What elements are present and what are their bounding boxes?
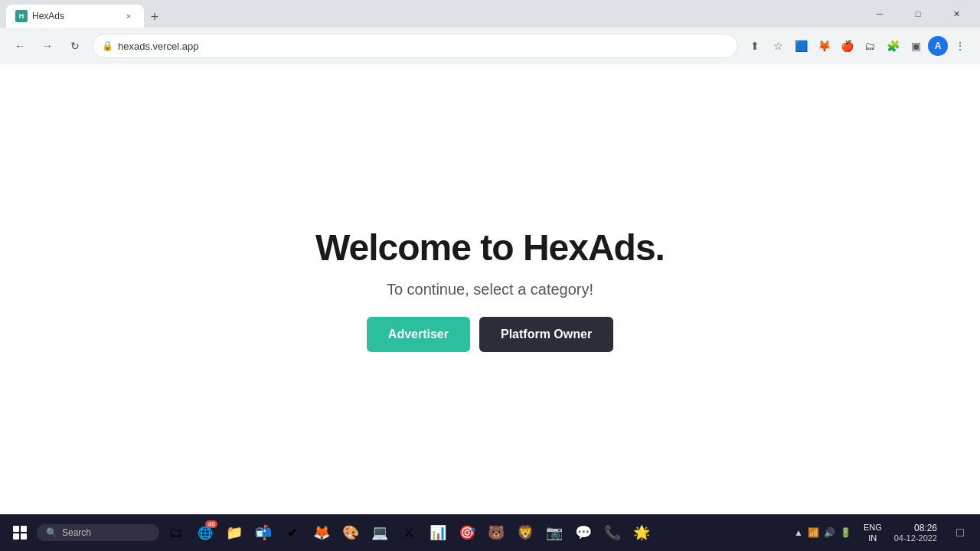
notification-center-button[interactable]: □	[946, 519, 974, 546]
taskbar-app-game[interactable]: ⚔	[395, 519, 423, 546]
wifi-icon: 📶	[808, 527, 819, 538]
taskbar-app-phone[interactable]: 📞	[599, 519, 626, 546]
back-button[interactable]: ←	[9, 35, 31, 57]
up-arrow-icon: ▲	[794, 527, 803, 538]
taskbar-system-icons[interactable]: ▲ 📶 🔊 🔋	[788, 524, 858, 541]
menu-icon[interactable]: ⋮	[949, 35, 971, 57]
current-date: 04-12-2022	[894, 533, 937, 543]
subtitle: To continue, select a category!	[387, 281, 593, 298]
taskbar-app-chrome[interactable]: 🌟	[628, 519, 655, 546]
taskbar-app-bear[interactable]: 🐻	[482, 519, 510, 546]
extensions-icon[interactable]: 🧩	[882, 35, 903, 57]
toolbar-icons: ⬆ ☆ 🟦 🦊 🍎 🗂 🧩 ▣ A ⋮	[744, 35, 971, 57]
taskbar-app-folder[interactable]: 📁	[220, 519, 248, 546]
browser-window: H HexAds × + ─ □ ✕ ← → ↻ 🔒 ⬆ ☆ 🟦 🦊 🍎 🗂	[0, 0, 980, 551]
tab-title: HexAds	[32, 11, 118, 21]
volume-icon: 🔊	[824, 527, 835, 538]
extension-1-icon[interactable]: 🟦	[790, 35, 812, 57]
taskbar-app-files[interactable]: 🗂	[162, 519, 190, 546]
browser-tab[interactable]: H HexAds ×	[6, 5, 144, 28]
category-button-row: Advertiser Platform Owner	[367, 317, 613, 352]
language-indicator[interactable]: ENGIN	[861, 520, 885, 546]
notification-badge: 46	[205, 520, 217, 528]
taskbar-clock[interactable]: 08:26 04-12-2022	[888, 521, 943, 544]
windows-logo-icon	[13, 526, 27, 540]
taskbar-app-camera[interactable]: 📷	[541, 519, 568, 546]
taskbar-app-check[interactable]: ✔	[279, 519, 306, 546]
lock-icon: 🔒	[102, 41, 113, 51]
taskbar-app-design[interactable]: 🎨	[337, 519, 364, 546]
taskbar-app-firefox[interactable]: 🦊	[308, 519, 335, 546]
battery-icon: 🔋	[840, 527, 851, 538]
taskbar-app-chat[interactable]: 💬	[570, 519, 597, 546]
page-content: Welcome to HexAds. To continue, select a…	[0, 64, 980, 514]
tab-favicon: H	[15, 10, 28, 22]
taskbar-app-mail[interactable]: 📬	[250, 519, 277, 546]
taskbar-search[interactable]: 🔍 Search	[37, 524, 159, 541]
advertiser-button[interactable]: Advertiser	[367, 317, 470, 352]
extension-2-icon[interactable]: 🦊	[813, 35, 835, 57]
share-icon[interactable]: ⬆	[744, 35, 766, 57]
taskbar-apps: 🗂 🌐 46 📁 📬 ✔ 🦊 🎨 💻 ⚔ 📊 🎯 🐻 🦁 📷 💬 📞 🌟	[162, 519, 785, 546]
extension-4-icon[interactable]: 🗂	[859, 35, 880, 57]
current-time: 08:26	[894, 523, 937, 533]
forward-button[interactable]: →	[37, 35, 58, 57]
new-tab-button[interactable]: +	[144, 6, 165, 28]
profile-avatar[interactable]: A	[928, 36, 948, 56]
search-icon: 🔍	[46, 527, 57, 538]
minimize-button[interactable]: ─	[862, 0, 897, 28]
tab-strip: H HexAds × +	[6, 0, 859, 28]
address-bar: ← → ↻ 🔒 ⬆ ☆ 🟦 🦊 🍎 🗂 🧩 ▣ A ⋮	[0, 28, 980, 64]
window-controls: ─ □ ✕	[862, 0, 974, 28]
maximize-button[interactable]: □	[900, 0, 936, 28]
extension-3-icon[interactable]: 🍎	[836, 35, 858, 57]
sidebar-icon[interactable]: ▣	[905, 35, 926, 57]
taskbar-app-chart[interactable]: 📊	[424, 519, 452, 546]
taskbar-app-ai[interactable]: 🎯	[453, 519, 481, 546]
start-button[interactable]	[6, 519, 34, 546]
welcome-title: Welcome to HexAds.	[315, 227, 665, 269]
address-input-wrapper[interactable]: 🔒	[92, 34, 738, 58]
tab-close-button[interactable]: ×	[122, 10, 135, 22]
taskbar: 🔍 Search 🗂 🌐 46 📁 📬 ✔ 🦊 🎨 💻 ⚔ 📊 🎯 🐻 🦁 📷 …	[0, 514, 980, 551]
taskbar-app-vscode[interactable]: 💻	[366, 519, 394, 546]
taskbar-app-edge[interactable]: 🌐 46	[191, 519, 219, 546]
taskbar-app-brave[interactable]: 🦁	[511, 519, 539, 546]
refresh-button[interactable]: ↻	[64, 35, 86, 57]
address-input[interactable]	[118, 41, 728, 52]
platform-owner-button[interactable]: Platform Owner	[479, 317, 613, 352]
title-bar: H HexAds × + ─ □ ✕	[0, 0, 980, 28]
taskbar-search-label: Search	[62, 527, 91, 538]
taskbar-right: ▲ 📶 🔊 🔋 ENGIN 08:26 04-12-2022 □	[788, 519, 974, 546]
bookmark-icon[interactable]: ☆	[767, 35, 789, 57]
close-button[interactable]: ✕	[939, 0, 974, 28]
